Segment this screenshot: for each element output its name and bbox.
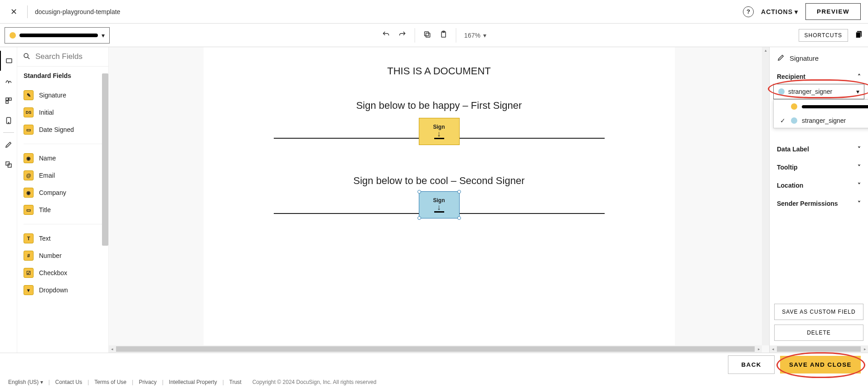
scrollbar-horizontal[interactable]: ◂▸ (109, 345, 762, 353)
footer-trust[interactable]: Trust (229, 379, 242, 385)
svg-line-15 (28, 57, 29, 59)
field-company[interactable]: ◉Company (17, 184, 108, 201)
field-date-signed[interactable]: ▭Date Signed (17, 121, 108, 138)
chevron-down-icon: ˅ (858, 182, 861, 189)
svg-rect-5 (856, 32, 860, 38)
recipient-color-dot (778, 88, 785, 95)
back-button[interactable]: BACK (728, 355, 775, 374)
rail-components[interactable] (0, 155, 17, 175)
signature-field-2-selected[interactable]: Sign ↓ (419, 191, 460, 218)
rp-tooltip[interactable]: Tooltip˅ (770, 158, 868, 176)
preview-button[interactable]: PREVIEW (805, 3, 861, 20)
chevron-down-icon: ˅ (858, 164, 861, 171)
text-icon: T (24, 233, 34, 243)
footer-ip[interactable]: Intellectual Property (169, 379, 217, 385)
rp-data-label[interactable]: Data Label˅ (770, 140, 868, 158)
save-custom-field-button[interactable]: SAVE AS CUSTOM FIELD (774, 304, 863, 320)
save-and-close-button[interactable]: SAVE AND CLOSE (780, 356, 861, 373)
actions-button[interactable]: ACTIONS ▾ (761, 8, 798, 15)
sign-block-1: Sign below to be happy – First Signer Si… (274, 100, 605, 139)
resize-handle[interactable] (457, 190, 461, 194)
rp-header: Signature (770, 47, 868, 69)
recipient-option-2[interactable]: ✓ stranger_signer (774, 113, 868, 128)
copy-icon[interactable] (423, 30, 431, 40)
down-arrow-icon: ↓ (437, 205, 441, 209)
scrollbar-horizontal[interactable]: ◂▸ (770, 345, 868, 353)
field-email[interactable]: @Email (17, 167, 108, 184)
person-icon: ◉ (24, 153, 34, 163)
footer-contact[interactable]: Contact Us (55, 379, 82, 385)
right-panel: Signature Recipient ˄ stranger_signer ▾ (769, 47, 868, 353)
main: ✕ Standard Fields ✎Signature DSInitial ▭… (0, 47, 868, 353)
divider (27, 5, 28, 18)
field-text[interactable]: TText (17, 230, 108, 247)
number-icon: # (24, 251, 34, 261)
close-icon[interactable]: ✕ (7, 5, 20, 18)
resize-handle[interactable] (417, 190, 421, 194)
svg-rect-9 (6, 101, 8, 103)
resize-handle[interactable] (457, 216, 461, 220)
rail-custom-fields[interactable] (0, 71, 17, 91)
paste-icon[interactable] (439, 30, 447, 40)
scrollbar-thumb[interactable] (102, 73, 108, 246)
rp-location[interactable]: Location˅ (770, 176, 868, 194)
footer-privacy[interactable]: Privacy (139, 379, 156, 385)
field-number[interactable]: #Number (17, 247, 108, 264)
left-rail (0, 47, 17, 353)
delete-button[interactable]: DELETE (774, 325, 863, 341)
shortcuts-button[interactable]: SHORTCUTS (799, 29, 848, 42)
redo-icon[interactable] (398, 30, 406, 40)
checkbox-icon: ☑ (24, 268, 34, 278)
signature-icon: ✎ (24, 90, 34, 100)
chevron-down-icon: ▾ (856, 88, 859, 95)
check-icon: ✓ (780, 117, 786, 124)
pencil-icon (777, 53, 785, 63)
field-signature[interactable]: ✎Signature (17, 87, 108, 104)
divider (456, 28, 456, 43)
rail-standard-fields[interactable] (0, 51, 17, 71)
signer-select[interactable]: ▾ (5, 27, 110, 44)
sign-text-1: Sign below to be happy – First Signer (274, 100, 605, 112)
rp-recipient-header[interactable]: Recipient ˄ (770, 69, 868, 84)
svg-rect-0 (426, 33, 430, 37)
language-select[interactable]: English (US) ▾ (8, 379, 43, 385)
dropdown-icon: ▾ (24, 285, 34, 295)
help-icon[interactable]: ? (743, 6, 754, 17)
chevron-down-icon: ˅ (858, 146, 861, 153)
redacted-name (802, 105, 868, 108)
resize-handle[interactable] (417, 216, 421, 220)
fields-panel: ✕ Standard Fields ✎Signature DSInitial ▭… (17, 47, 109, 353)
footer-terms[interactable]: Terms of Use (94, 379, 126, 385)
signer-color-dot (791, 103, 797, 110)
field-dropdown[interactable]: ▾Dropdown (17, 281, 108, 299)
field-name[interactable]: ◉Name (17, 150, 108, 167)
header: ✕ docusign-playground-template ? ACTIONS… (0, 0, 868, 24)
pencil-icon[interactable] (0, 135, 17, 155)
company-icon: ◉ (24, 188, 34, 198)
field-checkbox[interactable]: ☑Checkbox (17, 264, 108, 281)
canvas[interactable]: THIS IS A DOCUMENT Sign below to be happ… (109, 47, 769, 353)
search-row: ✕ (17, 47, 108, 67)
undo-icon[interactable] (382, 30, 390, 40)
bottom-bar: BACK SAVE AND CLOSE (0, 353, 868, 376)
rail-prefill[interactable] (0, 91, 17, 111)
svg-rect-1 (424, 32, 428, 36)
zoom-control[interactable]: 167% ▾ (464, 32, 486, 39)
scrollbar-vertical[interactable]: ▴ (762, 47, 769, 345)
field-initial[interactable]: DSInitial (17, 104, 108, 121)
chevron-down-icon: ▾ (483, 32, 486, 39)
signature-field-1[interactable]: Sign ↓ (419, 118, 460, 145)
field-title[interactable]: ▭Title (17, 201, 108, 218)
rp-sender-permissions[interactable]: Sender Permissions˅ (770, 194, 868, 213)
svg-rect-8 (9, 98, 11, 100)
redacted-name (19, 34, 98, 37)
search-icon (23, 52, 31, 62)
rail-tablet[interactable] (0, 111, 17, 131)
copyright: Copyright © 2024 DocuSign, Inc. All righ… (252, 379, 377, 385)
sign-block-2: Sign below to be cool – Second Signer Si… (274, 175, 605, 214)
recipient-option-1[interactable] (774, 100, 868, 113)
down-arrow-icon: ↓ (437, 132, 441, 136)
chevron-down-icon: ˅ (858, 200, 861, 207)
documents-icon[interactable] (854, 30, 863, 40)
recipient-select[interactable]: stranger_signer ▾ (773, 84, 864, 99)
